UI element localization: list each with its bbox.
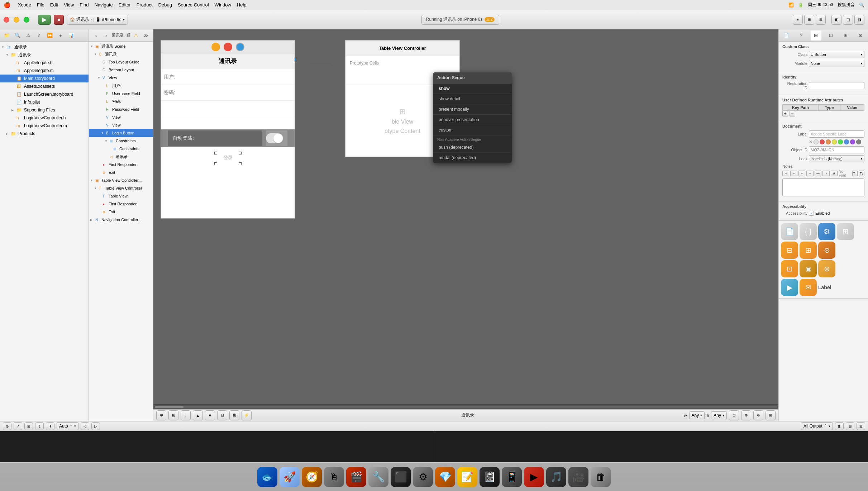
size-inspector-tab[interactable]: ⊞ [840, 30, 851, 40]
resolve-button[interactable]: ⚡ [242, 410, 252, 420]
version-editor-button[interactable]: ⊟ [816, 15, 826, 25]
zoom-fit-button[interactable]: ⊡ [729, 410, 739, 420]
library-icon-2[interactable]: { } [800, 223, 817, 240]
embed-button[interactable]: ⊞ [229, 410, 239, 420]
number-btn[interactable]: # [831, 171, 838, 176]
color-purple[interactable] [850, 139, 855, 144]
storyboard-canvas[interactable]: 通讯录 用户: 密码: [153, 29, 778, 404]
menu-source-control[interactable]: Source Control [178, 2, 209, 8]
login-text[interactable]: 登录 [168, 154, 287, 161]
bottom-layout[interactable]: G Bottom Layout... [89, 66, 153, 74]
segue-custom[interactable]: custom [433, 125, 512, 135]
menu-navigate[interactable]: Navigate [94, 2, 113, 8]
search-icon[interactable]: 🔍 [859, 3, 864, 8]
prev-issue-button[interactable]: ◁ [81, 422, 89, 430]
code-view-button[interactable]: ≡ [793, 15, 803, 25]
outlet-node[interactable]: ◁ 通讯录 [89, 153, 153, 161]
width-selector[interactable]: Any ▾ [689, 411, 705, 419]
segue-show[interactable]: show [433, 84, 512, 94]
breadcrumb-root[interactable]: 通讯录 [112, 33, 124, 38]
bullet-btn[interactable]: • [822, 171, 829, 176]
library-icon-11[interactable]: ▶ [781, 279, 798, 296]
breadcrumb-storyboard[interactable]: 通讯录 [127, 33, 130, 38]
dock-item-14[interactable]: 🎥 [568, 467, 588, 487]
remove-attribute-button[interactable]: − [790, 111, 795, 116]
dock-item-13[interactable]: 🎵 [546, 467, 566, 487]
password-label-node[interactable]: L 密码: [89, 97, 153, 105]
color-none[interactable] [814, 139, 819, 144]
tree-main-storyboard[interactable]: 📋 Main.storyboard [0, 75, 89, 82]
menu-edit[interactable]: Edit [50, 2, 58, 8]
align-left-btn[interactable]: ≡ [782, 171, 789, 176]
split-view-button[interactable]: ⊟ [846, 422, 854, 430]
align-right-btn[interactable]: ≡ [798, 171, 805, 176]
menu-file[interactable]: File [37, 2, 44, 8]
tree-info-plist[interactable]: 📄 Info.plist [0, 98, 89, 106]
debug-area-button[interactable]: ◫ [843, 15, 853, 25]
password-field-node[interactable]: F Password Field [89, 105, 153, 113]
view-node2[interactable]: V View [89, 113, 153, 121]
orient-button[interactable]: ⊟ [217, 410, 227, 420]
scheme-selector[interactable]: 🏠 通讯录 › | 📱 iPhone 6s ▾ [67, 15, 128, 25]
tvc-controller[interactable]: ▼ T Table View Controller [89, 184, 153, 192]
library-icon-7[interactable]: ⊛ [818, 242, 835, 259]
handle-tr[interactable] [239, 152, 242, 154]
report-nav-btn[interactable]: 📊 [67, 32, 75, 39]
next-issue-button[interactable]: ▷ [91, 422, 100, 430]
dock-launchpad[interactable]: 🚀 [280, 467, 300, 487]
accessibility-checkbox[interactable]: ✓ [809, 211, 814, 216]
apple-menu[interactable]: 🍎 [4, 1, 11, 8]
font-size-picker[interactable]: T↑ [852, 171, 858, 176]
debug-console-left[interactable] [0, 431, 434, 462]
tree-loginvc-m[interactable]: m LoginViewController.m [0, 122, 89, 130]
warning-badge[interactable]: ⚠ 2 [485, 17, 494, 22]
menu-help[interactable]: Help [237, 2, 247, 8]
library-icon-12[interactable]: ✉ [800, 279, 817, 296]
segue-present-modally[interactable]: present modally [433, 104, 512, 115]
exit-node[interactable]: ⊗ Exit [89, 168, 153, 176]
jump-to-button[interactable]: ↗ [14, 422, 22, 430]
library-icon-5[interactable]: ⊟ [781, 242, 798, 259]
login-button-node[interactable]: ▼ B Login Button [89, 129, 153, 137]
handle-tl[interactable] [214, 152, 217, 154]
notes-textarea[interactable] [782, 178, 864, 196]
folder-icon-btn[interactable]: 📁 [3, 32, 11, 39]
identity-inspector-tab[interactable]: ⊟ [811, 30, 821, 40]
tree-products[interactable]: ▶ 📁 Products [0, 130, 89, 138]
connections-inspector-tab[interactable]: ⊛ [855, 30, 866, 40]
toggle-switch[interactable] [266, 133, 283, 143]
height-selector[interactable]: Any ▾ [711, 411, 727, 419]
font-size-picker2[interactable]: T↓ [859, 171, 864, 176]
tvc-exit[interactable]: ⊗ Exit [89, 208, 153, 216]
dock-finder[interactable]: 🐟 [257, 467, 277, 487]
username-field-node[interactable]: F Username Field [89, 90, 153, 97]
table-view-node[interactable]: T Table View [89, 192, 153, 200]
dock-item-12[interactable]: ▶ [524, 467, 544, 487]
menu-product[interactable]: Product [137, 2, 153, 8]
constraint-node[interactable]: ⊞ Constraints [89, 145, 153, 153]
nav-warning-button[interactable]: ⚠ [132, 31, 140, 40]
actions-button[interactable]: ⋮ [181, 410, 191, 420]
username-label-node[interactable]: L 用户: [89, 82, 153, 90]
search-nav-btn[interactable]: 🔍 [14, 32, 22, 39]
segue-push[interactable]: push (deprecated) [433, 142, 512, 153]
attributes-inspector-tab[interactable]: ⊡ [825, 30, 836, 40]
assistant-editor-button[interactable]: ⊞ [804, 15, 814, 25]
scrollbar-thumb[interactable] [155, 406, 183, 408]
dock-notes[interactable]: 📓 [480, 467, 500, 487]
menu-debug[interactable]: Debug [158, 2, 172, 8]
utilities-button[interactable]: ◨ [854, 15, 864, 25]
output-selector[interactable]: All Output ⌃ ▾ [801, 422, 833, 430]
tree-supporting-files[interactable]: ▶ 📁 Supporting Files [0, 106, 89, 114]
dock-system-prefs[interactable]: ⚙ [413, 467, 433, 487]
align-justify-btn[interactable]: ≡ [806, 171, 813, 176]
x-btn[interactable]: ✕ [809, 139, 812, 144]
menu-view[interactable]: View [64, 2, 74, 8]
font-size-dash[interactable]: — [815, 171, 821, 176]
iphone-blue-btn[interactable] [236, 43, 244, 51]
segue-popover[interactable]: popover presentation [433, 115, 512, 125]
view-hierarchy-button[interactable]: ⊞ [24, 422, 33, 430]
action-segue-popup[interactable]: Action Segue show show detail present mo… [433, 72, 512, 163]
minimize-window-button[interactable] [14, 17, 19, 23]
maximize-window-button[interactable] [24, 17, 29, 23]
